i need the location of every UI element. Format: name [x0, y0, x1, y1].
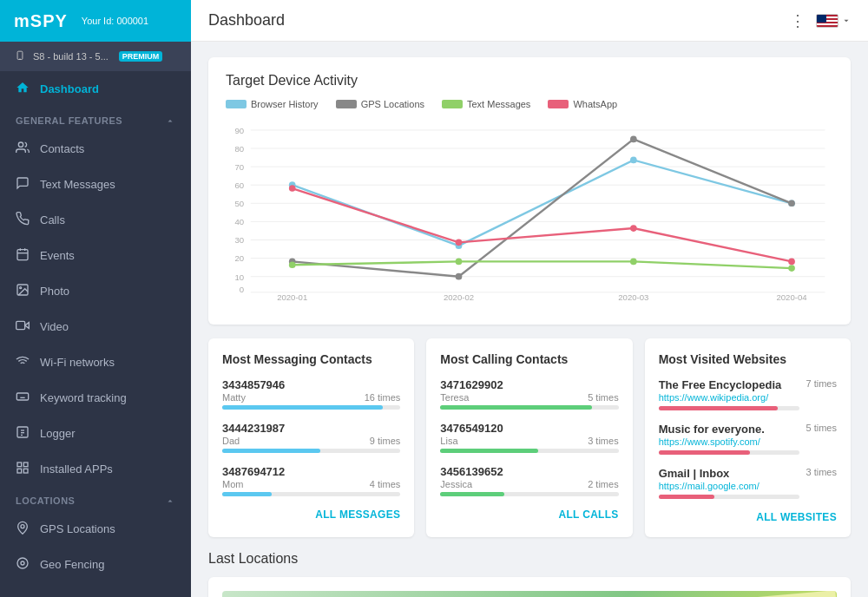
topbar-actions: ⋮ — [790, 11, 851, 30]
legend-label-whatsapp: WhatsApp — [573, 99, 617, 109]
premium-badge: PREMIUM — [119, 51, 163, 62]
svg-point-58 — [456, 273, 463, 280]
sidebar-item-keyword-tracking[interactable]: Keyword tracking — [0, 380, 191, 416]
events-icon — [16, 247, 30, 264]
user-id-label: Your Id: 000001 — [82, 16, 148, 26]
language-selector[interactable] — [816, 14, 851, 28]
sidebar-item-wifi[interactable]: Wi-Fi networks — [0, 344, 191, 380]
legend-color-browser — [226, 100, 247, 108]
contact-name-3: Mom — [222, 479, 243, 489]
websites-card-title: Most Visited Websites — [659, 352, 837, 366]
svg-text:30: 30 — [234, 235, 244, 245]
sidebar-item-video[interactable]: Video — [0, 309, 191, 344]
keyword-tracking-label: Keyword tracking — [40, 391, 127, 404]
messaging-card-title: Most Messaging Contacts — [222, 352, 400, 366]
topbar: Dashboard ⋮ — [191, 0, 868, 42]
contact-times-2: 9 times — [370, 436, 400, 446]
calling-number-1: 3471629902 — [440, 378, 618, 391]
contact-number-2: 3444231987 — [222, 422, 400, 435]
website-url-2: https://www.spotify.com/ — [659, 436, 799, 447]
calling-number-2: 3476549120 — [440, 422, 618, 435]
messaging-contact-1: 3434857946 Matty 16 times — [222, 378, 400, 410]
website-bar-1 — [659, 406, 779, 410]
chevron-up-icon-2 — [165, 495, 175, 506]
calling-bar-1 — [440, 405, 592, 410]
last-locations-title: Last Locations — [208, 551, 851, 567]
activity-chart-svg: 90 80 70 60 50 40 30 20 10 0 — [226, 118, 833, 300]
sidebar-item-calls[interactable]: Calls — [0, 202, 191, 238]
calling-contact-2: 3476549120 Lisa 3 times — [440, 422, 618, 453]
legend-color-gps — [336, 100, 357, 108]
svg-rect-10 — [16, 321, 25, 329]
svg-text:0: 0 — [240, 285, 244, 294]
dashboard-label: Dashboard — [40, 82, 99, 95]
activity-chart-card: Target Device Activity Browser History G… — [208, 57, 851, 325]
text-messages-line — [293, 261, 792, 268]
calling-name-1: Teresa — [440, 392, 469, 403]
website-item-1: The Free Encyclopedia https://www.wikipe… — [659, 378, 837, 410]
legend-whatsapp: WhatsApp — [548, 99, 617, 109]
logger-icon — [16, 425, 30, 442]
apps-icon — [16, 461, 30, 477]
sidebar-item-installed-apps[interactable]: Installed APPs — [0, 451, 191, 487]
website-bar-bg-2 — [659, 450, 799, 455]
messages-icon — [16, 176, 30, 193]
whatsapp-line — [293, 188, 792, 261]
us-flag-icon — [816, 14, 838, 28]
contact-meta-2: Dad 9 times — [222, 436, 400, 446]
gps-label: GPS Locations — [40, 522, 115, 535]
legend-label-browser: Browser History — [251, 99, 319, 109]
contact-name-1: Matty — [222, 392, 246, 403]
contact-number-1: 3434857946 — [222, 378, 400, 391]
all-calls-link[interactable]: ALL CALLS — [440, 508, 618, 521]
contact-meta-1: Matty 16 times — [222, 392, 400, 403]
svg-point-61 — [289, 261, 296, 268]
calling-card-title: Most Calling Contacts — [440, 352, 618, 366]
svg-text:50: 50 — [234, 199, 244, 208]
svg-rect-22 — [17, 463, 22, 467]
wifi-icon — [16, 354, 30, 371]
all-messages-link[interactable]: ALL MESSAGES — [222, 508, 400, 521]
contact-bar-bg-1 — [222, 405, 400, 410]
sidebar-item-gps[interactable]: GPS Locations — [0, 511, 191, 547]
calling-bar-bg-2 — [440, 449, 618, 453]
calling-name-2: Lisa — [440, 436, 457, 446]
all-websites-link[interactable]: ALL WEBSITES — [659, 511, 837, 523]
sidebar-item-logger[interactable]: Logger — [0, 416, 191, 451]
contact-name-2: Dad — [222, 436, 240, 446]
svg-rect-25 — [23, 469, 28, 473]
more-options-icon[interactable]: ⋮ — [790, 11, 806, 30]
website-bar-bg-1 — [659, 406, 799, 410]
website-name-2: Music for everyone. — [659, 423, 799, 436]
legend-gps: GPS Locations — [336, 99, 424, 109]
calling-bar-bg-3 — [440, 492, 618, 496]
website-info-2: Music for everyone. https://www.spotify.… — [659, 423, 799, 455]
chart-title: Target Device Activity — [226, 73, 833, 89]
contact-times-3: 4 times — [370, 479, 400, 489]
contact-bar-bg-3 — [222, 492, 400, 496]
phone-icon — [16, 212, 30, 228]
svg-point-59 — [630, 136, 637, 143]
legend-label-text: Text Messages — [467, 99, 530, 109]
last-locations-section: Last Locations — [208, 551, 851, 597]
calling-meta-1: Teresa 5 times — [440, 392, 618, 403]
sidebar-item-events[interactable]: Events — [0, 238, 191, 273]
svg-point-68 — [788, 259, 795, 266]
svg-point-55 — [630, 157, 637, 164]
device-label: S8 - build 13 - 5... — [33, 51, 108, 62]
locations-map-card — [208, 577, 851, 597]
sidebar-item-geofencing[interactable]: Geo Fencing — [0, 547, 191, 582]
events-label: Events — [40, 249, 75, 262]
map-placeholder — [222, 591, 837, 597]
sidebar-header: mSPY Your Id: 000001 — [0, 0, 191, 42]
video-label: Video — [40, 320, 69, 333]
svg-rect-23 — [23, 463, 28, 467]
sidebar-item-text-messages[interactable]: Text Messages — [0, 167, 191, 202]
sidebar-item-dashboard[interactable]: Dashboard — [0, 71, 191, 107]
svg-point-8 — [20, 287, 22, 289]
sidebar-item-photo[interactable]: Photo — [0, 273, 191, 309]
sidebar-item-contacts[interactable]: Contacts — [0, 131, 191, 167]
calls-label: Calls — [40, 213, 65, 226]
legend-color-text — [442, 100, 463, 108]
svg-text:10: 10 — [234, 272, 244, 282]
